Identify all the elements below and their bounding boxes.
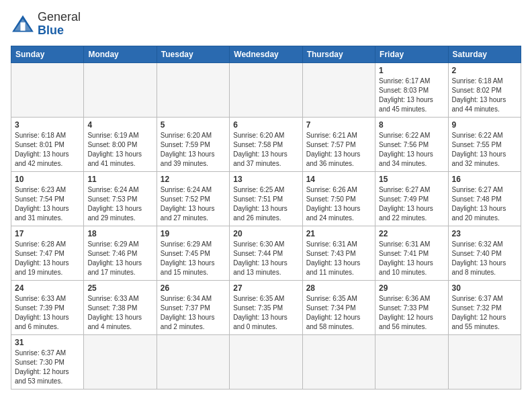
calendar-week-5: 24Sunrise: 6:33 AM Sunset: 7:39 PM Dayli… (11, 280, 521, 334)
day-number: 6 (233, 120, 298, 130)
col-header-sunday: Sunday (11, 46, 84, 62)
day-info: Sunrise: 6:29 AM Sunset: 7:46 PM Dayligh… (87, 240, 152, 277)
svg-rect-2 (20, 22, 25, 30)
calendar-cell: 26Sunrise: 6:34 AM Sunset: 7:37 PM Dayli… (157, 280, 229, 334)
day-info: Sunrise: 6:35 AM Sunset: 7:35 PM Dayligh… (233, 294, 298, 332)
calendar-week-2: 3Sunrise: 6:18 AM Sunset: 8:01 PM Daylig… (11, 117, 521, 171)
calendar-cell: 29Sunrise: 6:36 AM Sunset: 7:33 PM Dayli… (375, 280, 448, 334)
calendar-cell: 7Sunrise: 6:21 AM Sunset: 7:57 PM Daylig… (302, 117, 375, 171)
calendar-cell (448, 334, 521, 389)
calendar-week-6: 31Sunrise: 6:37 AM Sunset: 7:30 PM Dayli… (11, 334, 521, 389)
day-number: 31 (15, 338, 80, 347)
day-number: 21 (306, 229, 371, 238)
day-info: Sunrise: 6:23 AM Sunset: 7:54 PM Dayligh… (15, 185, 80, 223)
calendar-cell: 11Sunrise: 6:24 AM Sunset: 7:53 PM Dayli… (84, 171, 157, 226)
calendar-cell: 13Sunrise: 6:25 AM Sunset: 7:51 PM Dayli… (230, 171, 302, 226)
calendar-cell (11, 62, 84, 117)
day-number: 7 (306, 120, 371, 130)
day-info: Sunrise: 6:24 AM Sunset: 7:52 PM Dayligh… (161, 185, 226, 223)
calendar-cell: 9Sunrise: 6:22 AM Sunset: 7:55 PM Daylig… (448, 117, 521, 171)
calendar-cell: 3Sunrise: 6:18 AM Sunset: 8:01 PM Daylig… (11, 117, 84, 171)
day-info: Sunrise: 6:32 AM Sunset: 7:40 PM Dayligh… (452, 240, 517, 277)
calendar-cell (157, 62, 229, 117)
day-info: Sunrise: 6:21 AM Sunset: 7:57 PM Dayligh… (306, 131, 371, 169)
calendar-cell: 22Sunrise: 6:31 AM Sunset: 7:41 PM Dayli… (375, 226, 448, 280)
calendar-cell: 1Sunrise: 6:17 AM Sunset: 8:03 PM Daylig… (375, 62, 448, 117)
day-number: 13 (233, 175, 298, 184)
calendar-week-4: 17Sunrise: 6:28 AM Sunset: 7:47 PM Dayli… (11, 226, 521, 280)
day-number: 10 (15, 175, 80, 184)
day-info: Sunrise: 6:37 AM Sunset: 7:32 PM Dayligh… (452, 294, 517, 332)
calendar-cell: 17Sunrise: 6:28 AM Sunset: 7:47 PM Dayli… (11, 226, 84, 280)
day-number: 9 (452, 120, 517, 130)
col-header-saturday: Saturday (448, 46, 521, 62)
day-info: Sunrise: 6:33 AM Sunset: 7:38 PM Dayligh… (87, 294, 152, 332)
day-info: Sunrise: 6:31 AM Sunset: 7:41 PM Dayligh… (379, 240, 444, 277)
day-number: 17 (15, 229, 80, 238)
day-info: Sunrise: 6:28 AM Sunset: 7:47 PM Dayligh… (15, 240, 80, 277)
day-info: Sunrise: 6:25 AM Sunset: 7:51 PM Dayligh… (233, 185, 298, 223)
day-number: 22 (379, 229, 444, 238)
day-number: 24 (15, 283, 80, 293)
day-number: 11 (87, 175, 152, 184)
calendar-cell: 21Sunrise: 6:31 AM Sunset: 7:43 PM Dayli… (302, 226, 375, 280)
col-header-monday: Monday (84, 46, 157, 62)
day-info: Sunrise: 6:35 AM Sunset: 7:34 PM Dayligh… (306, 294, 371, 332)
day-info: Sunrise: 6:20 AM Sunset: 7:58 PM Dayligh… (233, 131, 298, 169)
day-info: Sunrise: 6:27 AM Sunset: 7:48 PM Dayligh… (452, 185, 517, 223)
calendar-week-1: 1Sunrise: 6:17 AM Sunset: 8:03 PM Daylig… (11, 62, 521, 117)
calendar-cell: 10Sunrise: 6:23 AM Sunset: 7:54 PM Dayli… (11, 171, 84, 226)
day-number: 15 (379, 175, 444, 184)
day-info: Sunrise: 6:29 AM Sunset: 7:45 PM Dayligh… (161, 240, 226, 277)
day-info: Sunrise: 6:18 AM Sunset: 8:01 PM Dayligh… (15, 131, 80, 169)
col-header-thursday: Thursday (302, 46, 375, 62)
day-info: Sunrise: 6:24 AM Sunset: 7:53 PM Dayligh… (87, 185, 152, 223)
day-info: Sunrise: 6:37 AM Sunset: 7:30 PM Dayligh… (15, 349, 80, 386)
calendar-cell: 28Sunrise: 6:35 AM Sunset: 7:34 PM Dayli… (302, 280, 375, 334)
calendar-cell: 6Sunrise: 6:20 AM Sunset: 7:58 PM Daylig… (230, 117, 302, 171)
day-number: 16 (452, 175, 517, 184)
day-number: 27 (233, 283, 298, 293)
day-info: Sunrise: 6:26 AM Sunset: 7:50 PM Dayligh… (306, 185, 371, 223)
calendar-cell (84, 62, 157, 117)
day-number: 14 (306, 175, 371, 184)
calendar-cell: 27Sunrise: 6:35 AM Sunset: 7:35 PM Dayli… (230, 280, 302, 334)
calendar-cell: 18Sunrise: 6:29 AM Sunset: 7:46 PM Dayli… (84, 226, 157, 280)
calendar-cell: 2Sunrise: 6:18 AM Sunset: 8:02 PM Daylig… (448, 62, 521, 117)
day-info: Sunrise: 6:31 AM Sunset: 7:43 PM Dayligh… (306, 240, 371, 277)
calendar-cell (302, 334, 375, 389)
logo-text: General Blue (38, 11, 81, 38)
calendar-cell: 20Sunrise: 6:30 AM Sunset: 7:44 PM Dayli… (230, 226, 302, 280)
calendar-cell (230, 62, 302, 117)
day-number: 26 (161, 283, 226, 293)
calendar-week-3: 10Sunrise: 6:23 AM Sunset: 7:54 PM Dayli… (11, 171, 521, 226)
day-info: Sunrise: 6:18 AM Sunset: 8:02 PM Dayligh… (452, 77, 517, 114)
day-info: Sunrise: 6:33 AM Sunset: 7:39 PM Dayligh… (15, 294, 80, 332)
calendar-header-row: SundayMondayTuesdayWednesdayThursdayFrid… (11, 46, 521, 62)
calendar-cell: 5Sunrise: 6:20 AM Sunset: 7:59 PM Daylig… (157, 117, 229, 171)
calendar-cell: 8Sunrise: 6:22 AM Sunset: 7:56 PM Daylig… (375, 117, 448, 171)
calendar-cell (84, 334, 157, 389)
calendar-cell: 31Sunrise: 6:37 AM Sunset: 7:30 PM Dayli… (11, 334, 84, 389)
day-info: Sunrise: 6:27 AM Sunset: 7:49 PM Dayligh… (379, 185, 444, 223)
day-number: 28 (306, 283, 371, 293)
day-info: Sunrise: 6:20 AM Sunset: 7:59 PM Dayligh… (161, 131, 226, 169)
page-header: General Blue (11, 11, 521, 38)
calendar-cell: 16Sunrise: 6:27 AM Sunset: 7:48 PM Dayli… (448, 171, 521, 226)
day-info: Sunrise: 6:19 AM Sunset: 8:00 PM Dayligh… (87, 131, 152, 169)
day-info: Sunrise: 6:36 AM Sunset: 7:33 PM Dayligh… (379, 294, 444, 332)
day-number: 18 (87, 229, 152, 238)
calendar-cell: 24Sunrise: 6:33 AM Sunset: 7:39 PM Dayli… (11, 280, 84, 334)
day-info: Sunrise: 6:34 AM Sunset: 7:37 PM Dayligh… (161, 294, 226, 332)
calendar-cell: 14Sunrise: 6:26 AM Sunset: 7:50 PM Dayli… (302, 171, 375, 226)
logo: General Blue (11, 11, 81, 38)
calendar-cell (302, 62, 375, 117)
calendar-cell: 4Sunrise: 6:19 AM Sunset: 8:00 PM Daylig… (84, 117, 157, 171)
col-header-friday: Friday (375, 46, 448, 62)
day-number: 4 (87, 120, 152, 130)
day-info: Sunrise: 6:17 AM Sunset: 8:03 PM Dayligh… (379, 77, 444, 114)
calendar-cell: 30Sunrise: 6:37 AM Sunset: 7:32 PM Dayli… (448, 280, 521, 334)
calendar-cell: 12Sunrise: 6:24 AM Sunset: 7:52 PM Dayli… (157, 171, 229, 226)
day-number: 2 (452, 66, 517, 75)
day-info: Sunrise: 6:22 AM Sunset: 7:55 PM Dayligh… (452, 131, 517, 169)
